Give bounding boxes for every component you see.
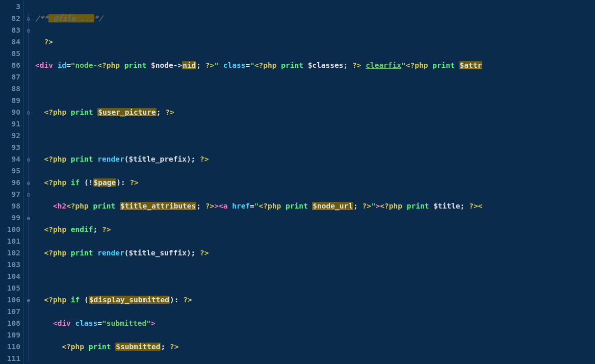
fold-marker[interactable] — [24, 200, 33, 212]
line-number: 109 — [0, 329, 23, 341]
fold-marker[interactable] — [24, 95, 33, 107]
code-line[interactable]: <?php print $user_picture; ?> — [35, 107, 595, 118]
code-line[interactable]: /** @file ...*/ — [35, 13, 595, 24]
code-line[interactable]: <?php endif; ?> — [35, 224, 595, 236]
fold-marker[interactable]: ⊖ — [24, 13, 33, 24]
fold-marker[interactable] — [24, 60, 33, 71]
line-number: 94 — [0, 153, 23, 165]
line-number: 104 — [0, 271, 23, 282]
code-line[interactable] — [35, 130, 595, 142]
fold-marker[interactable] — [24, 165, 33, 177]
line-number: 107 — [0, 306, 23, 318]
line-number: 92 — [0, 130, 23, 142]
code-line[interactable] — [35, 271, 595, 282]
line-number: 91 — [0, 118, 23, 130]
fold-marker[interactable]: ⊖ — [24, 153, 33, 165]
fold-marker[interactable]: ⊖ — [24, 177, 33, 189]
fold-marker[interactable] — [24, 353, 33, 364]
code-editor[interactable]: 3 82 83 84 85 86 87 88 89 90 91 92 93 94… — [0, 0, 595, 364]
line-number: 84 — [0, 36, 23, 48]
line-number: 98 — [0, 200, 23, 212]
line-number: 106 — [0, 294, 23, 306]
fold-marker[interactable]: ⊖ — [24, 24, 33, 36]
line-number: 96 — [0, 177, 23, 189]
line-number: 110 — [0, 341, 23, 353]
fold-marker[interactable]: ⊖ — [24, 189, 33, 200]
code-line[interactable]: <div class="submitted"> — [35, 318, 595, 329]
line-number: 102 — [0, 247, 23, 259]
fold-marker[interactable] — [24, 282, 33, 294]
code-line[interactable]: <?php if ($display_submitted): ?> — [35, 294, 595, 306]
line-number: 3 — [0, 1, 23, 13]
line-number: 88 — [0, 83, 23, 95]
fold-marker[interactable] — [24, 224, 33, 236]
line-number: 82 — [0, 13, 23, 24]
code-line[interactable]: <?php print $submitted; ?> — [35, 341, 595, 353]
line-number: 87 — [0, 71, 23, 83]
fold-marker[interactable] — [24, 71, 33, 83]
fold-marker[interactable] — [24, 130, 33, 142]
fold-marker[interactable] — [24, 236, 33, 247]
line-number: 95 — [0, 165, 23, 177]
code-line[interactable]: <?php print render($title_prefix); ?> — [35, 153, 595, 165]
fold-marker[interactable] — [24, 247, 33, 259]
line-number: 97 — [0, 189, 23, 200]
fold-marker[interactable] — [24, 118, 33, 130]
code-line[interactable]: <h2<?php print $title_attributes; ?>><a … — [35, 200, 595, 212]
code-line[interactable]: <div id="node-<?php print $node->nid; ?>… — [35, 60, 595, 71]
line-number: 83 — [0, 24, 23, 36]
fold-marker[interactable] — [24, 83, 33, 95]
line-number: 85 — [0, 48, 23, 60]
code-line[interactable] — [35, 83, 595, 95]
fold-marker[interactable] — [24, 142, 33, 153]
line-number: 108 — [0, 318, 23, 329]
fold-marker[interactable] — [24, 48, 33, 60]
fold-marker[interactable]: ⊖ — [24, 107, 33, 118]
fold-marker[interactable] — [24, 329, 33, 341]
line-number: 93 — [0, 142, 23, 153]
line-number: 105 — [0, 282, 23, 294]
line-number-gutter: 3 82 83 84 85 86 87 88 89 90 91 92 93 94… — [0, 0, 24, 364]
fold-marker[interactable]: ⊖ — [24, 294, 33, 306]
line-number: 111 — [0, 353, 23, 364]
fold-marker[interactable] — [24, 1, 33, 13]
line-number: 89 — [0, 95, 23, 107]
fold-column: ⊖ ⊖ ⊖ ⊖ ⊖ ⊖ ⊖ ⊖ ⊖ — [24, 0, 33, 364]
fold-marker[interactable] — [24, 341, 33, 353]
line-number: 101 — [0, 236, 23, 247]
line-number: 100 — [0, 224, 23, 236]
fold-marker[interactable] — [24, 271, 33, 282]
line-number: 103 — [0, 259, 23, 271]
fold-marker[interactable] — [24, 318, 33, 329]
fold-marker[interactable] — [24, 259, 33, 271]
fold-marker[interactable]: ⊖ — [24, 212, 33, 224]
code-line[interactable]: <?php if (!$page): ?> — [35, 177, 595, 189]
code-line[interactable]: ?> — [35, 36, 595, 48]
line-number: 86 — [0, 60, 23, 71]
code-area[interactable]: /** @file ...*/ ?> <div id="node-<?php p… — [33, 0, 595, 364]
fold-marker[interactable] — [24, 36, 33, 48]
line-number: 99 — [0, 212, 23, 224]
fold-marker[interactable] — [24, 306, 33, 318]
code-line[interactable]: <?php print render($title_suffix); ?> — [35, 247, 595, 259]
line-number: 90 — [0, 107, 23, 118]
